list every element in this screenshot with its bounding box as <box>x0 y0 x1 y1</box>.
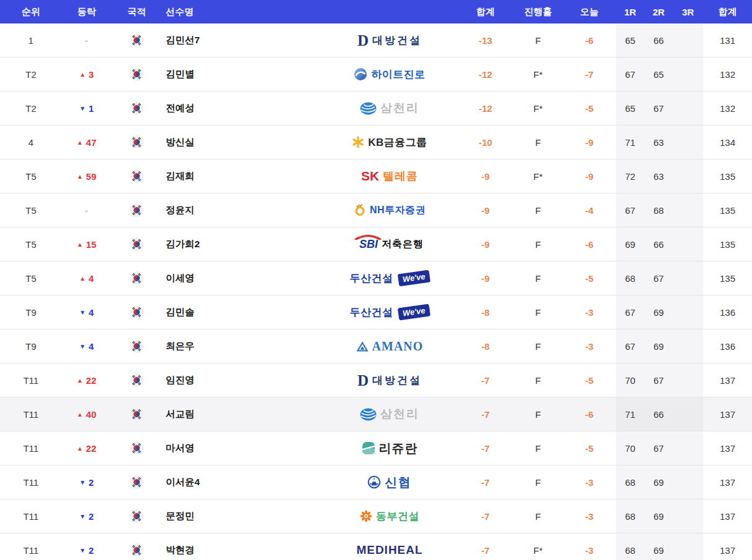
kr-flag-icon <box>129 509 144 524</box>
hite-logo: 하이트진로 <box>354 67 425 82</box>
table-row[interactable]: 1-김민선7D대방건설-13F-66566131 <box>0 23 752 57</box>
doosan-logo: 두산건설We've <box>350 305 430 320</box>
table-row[interactable]: T2▲3김민별하이트진로-12F*-76765132 <box>0 57 752 91</box>
table-row[interactable]: T5▲59김재희SK텔레콤-9F*-97263135 <box>0 159 752 193</box>
table-row[interactable]: T11▲40서교림삼천리-7F-67166137 <box>0 397 752 431</box>
change-value: 59 <box>86 171 96 182</box>
total-strokes: 135 <box>703 193 752 227</box>
col-header-round2: 2R <box>644 0 673 23</box>
kr-flag-icon <box>129 543 144 558</box>
nation-cell <box>111 431 162 465</box>
total-score: -13 <box>458 23 513 57</box>
round2-score: 69 <box>644 499 673 533</box>
nation-cell <box>111 363 162 397</box>
down-triangle-icon: ▼ <box>79 479 85 486</box>
sponsor-logo-daebang: D대방건설 <box>322 363 458 397</box>
today-score: -3 <box>563 465 616 499</box>
col-header-total: 합계 <box>458 0 513 23</box>
kr-flag-icon <box>129 305 144 320</box>
sponsor-logo-samchully: 삼천리 <box>322 397 458 431</box>
table-row[interactable]: T9▼4최은우AMANO-8F-36769136 <box>0 329 752 363</box>
sponsor-logo-doosan: 두산건설We've <box>322 261 458 295</box>
change-value: 3 <box>88 69 93 80</box>
table-row[interactable]: T11▼2문정민동부건설-7F-36869137 <box>0 499 752 533</box>
sponsor-text: SBI <box>359 238 378 251</box>
round3-score <box>673 431 703 465</box>
round3-score <box>673 533 703 560</box>
down-triangle-icon: ▼ <box>79 343 85 350</box>
nh-logo: NH투자증권 <box>354 204 425 217</box>
nation-cell <box>111 23 162 57</box>
round1-score: 72 <box>616 159 644 193</box>
total-strokes: 132 <box>703 57 752 91</box>
table-row[interactable]: T11▲22임진영D대방건설-7F-57067137 <box>0 363 752 397</box>
round2-score: 67 <box>644 431 673 465</box>
nation-cell <box>111 465 162 499</box>
holes-played: F* <box>513 57 563 91</box>
table-row[interactable]: T2▼1전예성삼천리-12F*-56567132 <box>0 91 752 125</box>
total-score: -7 <box>458 499 513 533</box>
today-score: -9 <box>563 159 616 193</box>
nation-cell <box>111 329 162 363</box>
table-row[interactable]: T11▲22마서영리쥬란-7F-57067137 <box>0 431 752 465</box>
col-header-round3: 3R <box>673 0 703 23</box>
holes-played: F* <box>513 533 563 560</box>
kr-flag-icon <box>129 237 144 252</box>
table-row[interactable]: T11▼2박현경MEDIHEAL-7F*-36869137 <box>0 533 752 560</box>
table-row[interactable]: T5▲15김가희2SBI저축은행-9F-66966135 <box>0 227 752 261</box>
player-name: 방신실 <box>162 125 322 159</box>
table-row[interactable]: T9▼4김민솔두산건설We've-8F-36769136 <box>0 295 752 329</box>
rank-cell: T2 <box>0 91 62 125</box>
round1-score: 68 <box>616 533 644 560</box>
player-name: 이서윤4 <box>162 465 322 499</box>
round3-score <box>673 23 703 57</box>
total-score: -12 <box>458 57 513 91</box>
round3-score <box>673 363 703 397</box>
sponsor-logo-samchully: 삼천리 <box>322 91 458 125</box>
rank-cell: T5 <box>0 159 62 193</box>
total-score: -7 <box>458 397 513 431</box>
rank-cell: T2 <box>0 57 62 91</box>
nation-cell <box>111 57 162 91</box>
sbi-logo: SBI저축은행 <box>356 238 424 251</box>
total-score: -7 <box>458 465 513 499</box>
round1-score: 70 <box>616 431 644 465</box>
round2-score: 67 <box>644 363 673 397</box>
player-name: 김민솔 <box>162 295 322 329</box>
sponsor-text: NH투자증권 <box>370 204 425 217</box>
col-header-nation: 국적 <box>111 0 162 23</box>
daebang-logo: D대방건설 <box>357 373 422 388</box>
today-score: -3 <box>563 533 616 560</box>
total-strokes: 136 <box>703 329 752 363</box>
up-triangle-icon: ▲ <box>77 241 83 248</box>
sponsor-text: 신협 <box>385 474 412 491</box>
table-row[interactable]: 4▲47방신실KB금융그룹-10F-97163134 <box>0 125 752 159</box>
kr-flag-icon <box>129 475 144 490</box>
change-value: 22 <box>86 443 96 454</box>
change-value: 4 <box>88 307 93 318</box>
up-triangle-icon: ▲ <box>79 71 85 78</box>
change-value: 1 <box>88 103 93 114</box>
player-name: 김재희 <box>162 159 322 193</box>
round3-score <box>673 261 703 295</box>
table-row[interactable]: T5▲4이세영두산건설We've-9F-56867135 <box>0 261 752 295</box>
col-header-holes: 진행홀 <box>513 0 563 23</box>
table-row[interactable]: T5-정윤지NH투자증권-9F-46768135 <box>0 193 752 227</box>
col-header-player: 선수명 <box>162 0 322 23</box>
total-score: -7 <box>458 431 513 465</box>
round2-score: 67 <box>644 91 673 125</box>
change-none-dash: - <box>85 35 88 46</box>
sponsor-text: AMANO <box>372 339 424 354</box>
total-strokes: 134 <box>703 125 752 159</box>
table-row[interactable]: T11▼2이서윤4신협-7F-36869137 <box>0 465 752 499</box>
nation-cell <box>111 193 162 227</box>
samchully-globe-icon <box>360 102 377 115</box>
sponsor-text: 텔레콤 <box>383 169 418 184</box>
today-score: -4 <box>563 193 616 227</box>
sponsor-text: 대방건설 <box>372 373 422 388</box>
sponsor-logo-amano: AMANO <box>322 329 458 363</box>
sponsor-logo-nh: NH투자증권 <box>322 193 458 227</box>
up-triangle-icon: ▲ <box>77 173 83 180</box>
change-value: 2 <box>88 477 93 488</box>
round1-score: 67 <box>616 329 644 363</box>
